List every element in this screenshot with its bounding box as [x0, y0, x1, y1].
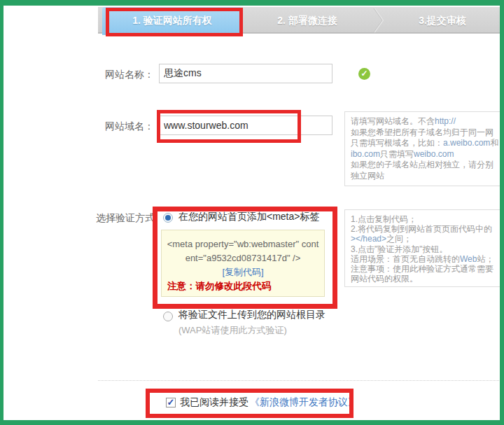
annotation-box-domain — [157, 110, 301, 143]
help-line: 独立网站 — [351, 171, 502, 182]
help-line: 3.点击"验证并添加"按钮。 — [351, 244, 502, 254]
help-line: 1.点击复制代码； — [351, 214, 502, 224]
dotted-separator — [98, 380, 499, 381]
site-name-label: 网站名称： — [105, 69, 154, 81]
tab-deploy-weilink[interactable]: 2. 部署微连接 — [242, 7, 372, 32]
site-domain-label: 网站域名： — [105, 120, 154, 133]
annotation-box-agreement — [146, 389, 354, 418]
verify-site-page: 1. 验证网站所有权 2. 部署微连接 3.提交审核 网站名称： ✓ 网站域名：… — [0, 0, 504, 425]
help-line: 请填写网站域名。不含http:// — [351, 116, 502, 127]
help-line: 只需填写根域名，比如：a.weibo.com和 — [351, 138, 502, 149]
site-name-input[interactable] — [159, 64, 332, 83]
help-line: 如果您的子域名站点相对独立，请分别 — [351, 160, 502, 171]
help-line: 适用场景：首页无自动跳转的Web站； — [351, 254, 502, 264]
annotation-box-meta — [153, 207, 337, 309]
help-line: 2.将代码复制到网站首页页面代码中的 — [351, 224, 502, 234]
verify-method-label: 选择验证方式 — [96, 212, 155, 225]
domain-help-box: 请填写网站域名。不含http:// 如果您希望把所有子域名均归于同一网 只需填写… — [344, 111, 503, 186]
frame-bottom — [0, 420, 504, 425]
help-line: ></head>之间； — [351, 234, 502, 244]
file-option-radio[interactable] — [163, 312, 173, 321]
help-line: 网站代码的权限。 — [351, 274, 502, 284]
tab-submit-review[interactable]: 3.提交审核 — [385, 7, 500, 32]
help-line: 如果您希望把所有子域名均归于同一网 — [351, 127, 502, 139]
verify-help-box: 1.点击复制代码； 2.将代码复制到网站首页页面代码中的 ></head>之间；… — [344, 209, 503, 287]
file-option-label[interactable]: 将验证文件上传到您的网站根目录 — [178, 309, 326, 321]
chevron-right-icon — [372, 7, 385, 34]
frame-left — [0, 0, 4, 425]
annotation-box-tab — [106, 8, 243, 36]
help-line: ibo.com只需填写weibo.com — [351, 149, 502, 160]
frame-top — [0, 0, 504, 6]
green-check-icon: ✓ — [358, 68, 370, 80]
wap-note-text: (WAP站请使用此方式验证) — [178, 324, 287, 337]
help-line: 注意事项：使用此种验证方式通常需要 — [351, 264, 502, 274]
frame-right — [500, 0, 504, 425]
